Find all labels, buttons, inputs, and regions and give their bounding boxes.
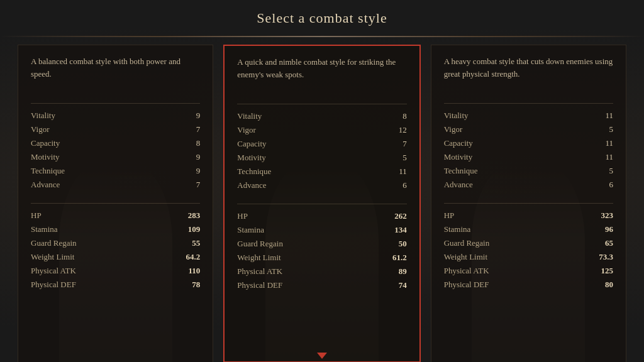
stat-value: 8 bbox=[196, 138, 201, 148]
stat-row: Vigor12 bbox=[237, 123, 406, 137]
stat-name: Vigor bbox=[237, 125, 256, 135]
stat-value: 65 bbox=[605, 238, 613, 248]
card-balanced-basic-stats: Vitality9Vigor7Capacity8Motivity9Techniq… bbox=[31, 103, 200, 192]
stat-row: HP283 bbox=[31, 209, 200, 222]
stat-row: HP262 bbox=[237, 209, 406, 223]
stat-value: 6 bbox=[609, 180, 613, 190]
stat-name: Guard Regain bbox=[444, 238, 490, 248]
stat-row: Advance7 bbox=[31, 178, 200, 192]
stat-name: Weight Limit bbox=[31, 252, 74, 262]
stat-name: Vigor bbox=[31, 124, 50, 134]
stat-row: Guard Regain50 bbox=[237, 237, 406, 251]
stat-name: Guard Regain bbox=[31, 238, 77, 248]
stat-name: Stamina bbox=[31, 224, 58, 234]
stat-value: 7 bbox=[196, 124, 201, 134]
stat-value: 110 bbox=[189, 266, 201, 276]
stat-name: HP bbox=[444, 211, 455, 221]
stat-name: Physical ATK bbox=[444, 266, 489, 276]
stat-name: Physical DEF bbox=[237, 280, 282, 290]
card-nimble-basic-stats: Vitality8Vigor12Capacity7Motivity5Techni… bbox=[237, 104, 406, 192]
stat-name: Physical DEF bbox=[31, 280, 76, 290]
stat-name: Advance bbox=[237, 180, 266, 190]
stat-value: 73.3 bbox=[599, 252, 613, 262]
stat-name: Vitality bbox=[237, 111, 262, 121]
stat-row: Vigor5 bbox=[444, 123, 613, 136]
stat-name: Vigor bbox=[444, 124, 463, 134]
stat-row: Capacity7 bbox=[237, 137, 406, 151]
stat-value: 61.2 bbox=[392, 253, 407, 263]
stat-row: Motivity5 bbox=[237, 151, 406, 165]
stat-name: Guard Regain bbox=[237, 239, 283, 249]
stat-row: Weight Limit73.3 bbox=[444, 250, 613, 264]
card-heavy-description: A heavy combat style that cuts down enem… bbox=[444, 55, 613, 90]
stat-row: Capacity11 bbox=[444, 136, 613, 150]
card-heavy-derived-stats: HP323Stamina96Guard Regain65Weight Limit… bbox=[444, 203, 613, 292]
stat-value: 78 bbox=[192, 280, 200, 290]
stat-value: 9 bbox=[196, 111, 201, 121]
stat-name: Technique bbox=[444, 166, 478, 176]
stat-value: 89 bbox=[399, 266, 407, 277]
stat-value: 262 bbox=[394, 211, 407, 221]
card-balanced-description: A balanced combat style with both power … bbox=[31, 55, 200, 90]
stat-value: 74 bbox=[399, 280, 407, 290]
stat-value: 8 bbox=[402, 111, 407, 121]
stat-row: Capacity8 bbox=[31, 136, 200, 150]
page-title: Select a combat style bbox=[0, 0, 644, 34]
stat-name: Technique bbox=[237, 167, 271, 177]
stat-name: Physical ATK bbox=[31, 266, 76, 276]
stat-name: HP bbox=[31, 211, 42, 221]
stat-row: HP323 bbox=[444, 209, 613, 222]
stat-value: 7 bbox=[196, 180, 201, 190]
card-balanced[interactable]: A balanced combat style with both power … bbox=[18, 45, 213, 362]
stat-name: Stamina bbox=[444, 224, 471, 234]
stat-name: Motivity bbox=[237, 153, 266, 163]
stat-value: 80 bbox=[605, 280, 613, 290]
stat-row: Stamina134 bbox=[237, 223, 406, 237]
stat-row: Motivity11 bbox=[444, 150, 613, 164]
stat-value: 5 bbox=[609, 166, 613, 176]
stat-row: Technique9 bbox=[31, 164, 200, 178]
stat-value: 5 bbox=[402, 153, 407, 163]
stat-row: Advance6 bbox=[444, 178, 613, 192]
card-heavy[interactable]: A heavy combat style that cuts down enem… bbox=[431, 45, 626, 362]
stat-row: Vitality11 bbox=[444, 109, 613, 123]
stat-value: 50 bbox=[399, 239, 407, 249]
stat-name: Technique bbox=[31, 166, 65, 176]
card-balanced-derived-stats: HP283Stamina109Guard Regain55Weight Limi… bbox=[31, 203, 200, 292]
stat-value: 96 bbox=[605, 224, 613, 234]
stat-name: Physical DEF bbox=[444, 280, 489, 290]
stat-value: 11 bbox=[605, 138, 613, 148]
stats-divider bbox=[237, 197, 406, 204]
card-nimble[interactable]: A quick and nimble combat style for stri… bbox=[223, 45, 420, 362]
stat-value: 7 bbox=[402, 139, 407, 149]
cards-container: A balanced combat style with both power … bbox=[0, 37, 644, 362]
stat-row: Physical DEF80 bbox=[444, 278, 613, 292]
stat-value: 9 bbox=[196, 166, 201, 176]
stat-row: Physical ATK89 bbox=[237, 265, 406, 278]
stat-name: Capacity bbox=[31, 138, 60, 148]
stat-value: 125 bbox=[601, 266, 613, 276]
stat-value: 55 bbox=[192, 238, 200, 248]
stat-name: Advance bbox=[31, 180, 60, 190]
stat-value: 11 bbox=[399, 167, 407, 177]
stat-row: Stamina109 bbox=[31, 222, 200, 236]
stat-row: Guard Regain65 bbox=[444, 236, 613, 250]
stat-row: Vigor7 bbox=[31, 123, 200, 136]
card-nimble-derived-stats: HP262Stamina134Guard Regain50Weight Limi… bbox=[237, 204, 406, 292]
stat-name: Vitality bbox=[444, 111, 469, 121]
stat-value: 323 bbox=[601, 211, 613, 221]
stat-name: Vitality bbox=[31, 111, 55, 121]
stat-name: Advance bbox=[444, 180, 473, 190]
stat-row: Guard Regain55 bbox=[31, 236, 200, 250]
stat-value: 12 bbox=[399, 125, 407, 135]
stat-row: Vitality8 bbox=[237, 109, 406, 123]
card-heavy-basic-stats: Vitality11Vigor5Capacity11Motivity11Tech… bbox=[444, 103, 613, 192]
stat-name: HP bbox=[237, 211, 248, 221]
stat-name: Weight Limit bbox=[444, 252, 487, 262]
stat-name: Stamina bbox=[237, 225, 264, 235]
stat-value: 134 bbox=[394, 225, 407, 235]
selected-indicator bbox=[317, 353, 327, 359]
stat-value: 5 bbox=[609, 124, 613, 134]
stat-value: 11 bbox=[605, 152, 613, 162]
stat-row: Technique5 bbox=[444, 164, 613, 178]
